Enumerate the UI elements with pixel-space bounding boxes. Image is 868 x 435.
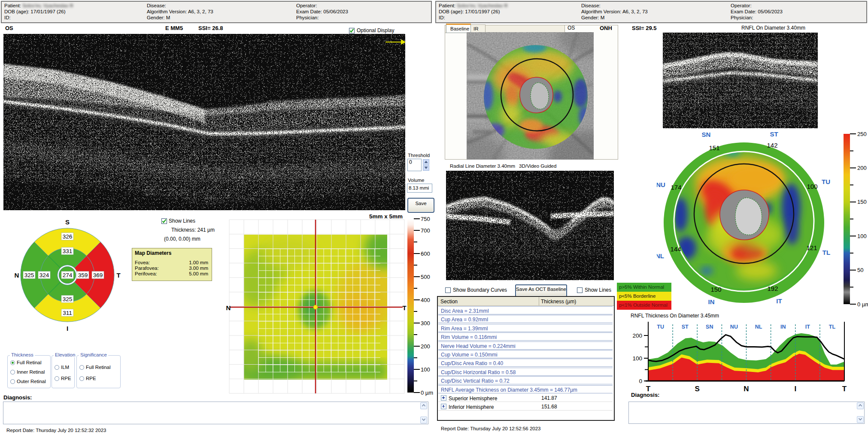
svg-text:TL: TL [822,249,830,256]
svg-text:ST: ST [770,130,778,138]
svg-text:325: 325 [63,296,73,302]
svg-text:359: 359 [78,272,88,278]
svg-text:0: 0 [639,378,642,384]
svg-text:100: 100 [421,366,430,373]
svg-text:IN: IN [780,324,786,330]
svg-text:I: I [67,325,68,332]
svg-text:IN: IN [708,298,715,305]
svg-text:369: 369 [93,272,103,278]
svg-text:0 µm: 0 µm [857,301,868,308]
svg-text:300: 300 [421,320,430,326]
svg-text:144: 144 [670,245,681,253]
svg-text:IT: IT [776,297,782,305]
svg-text:311: 311 [63,310,72,316]
svg-text:750: 750 [421,216,430,222]
svg-text:151: 151 [709,144,719,151]
svg-text:500: 500 [421,274,430,280]
svg-text:T: T [116,272,120,279]
svg-text:326: 326 [63,233,73,240]
svg-text:200: 200 [632,332,642,339]
svg-text:324: 324 [39,272,49,278]
svg-text:SN: SN [706,324,713,330]
svg-text:S: S [695,385,700,393]
svg-text:100: 100 [807,183,817,190]
svg-text:325: 325 [24,272,34,278]
svg-text:I: I [794,385,796,393]
svg-text:174: 174 [671,184,681,191]
svg-text:TL: TL [829,324,836,330]
svg-text:T: T [842,385,847,393]
svg-text:50: 50 [857,267,863,273]
svg-text:N: N [15,272,19,279]
svg-text:331: 331 [63,248,73,254]
svg-text:150: 150 [857,199,867,205]
svg-text:NL: NL [657,252,664,260]
svg-text:N: N [744,385,749,393]
svg-text:600: 600 [421,251,430,257]
svg-text:0 µm: 0 µm [421,390,433,396]
svg-text:100: 100 [632,355,642,362]
svg-text:200: 200 [857,165,867,171]
svg-text:ST: ST [682,324,689,330]
svg-text:NL: NL [755,324,762,330]
svg-text:150: 150 [710,286,721,293]
svg-text:192: 192 [767,285,778,292]
svg-text:NU: NU [657,181,665,188]
svg-text:200: 200 [421,343,430,350]
svg-text:IT: IT [805,324,810,330]
svg-text:700: 700 [421,227,430,234]
svg-text:100: 100 [857,233,867,239]
svg-text:400: 400 [421,297,430,303]
svg-text:NU: NU [730,324,738,330]
svg-text:S: S [65,218,70,226]
svg-text:250: 250 [857,131,867,137]
svg-text:TU: TU [822,178,830,185]
svg-text:TU: TU [657,324,664,330]
svg-text:142: 142 [767,142,777,149]
svg-text:274: 274 [63,272,73,278]
svg-text:121: 121 [806,244,817,251]
svg-text:SN: SN [702,131,711,138]
